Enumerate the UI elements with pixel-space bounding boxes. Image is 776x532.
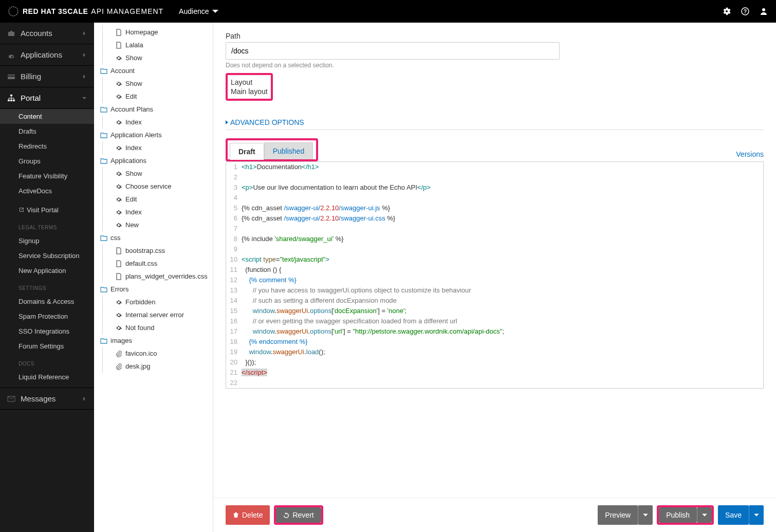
top-bar: RED HAT 3SCALE API MANAGEMENT Audience ? — [0, 0, 776, 23]
tree-item[interactable]: Application Alerts — [94, 129, 213, 141]
sidebar-drafts[interactable]: Drafts — [0, 124, 94, 139]
sidebar-portal[interactable]: Portal — [0, 87, 94, 109]
tree-item[interactable]: Account Plans — [94, 103, 213, 116]
visit-portal-label: Visit Portal — [27, 206, 59, 214]
tree-item[interactable]: New — [103, 218, 213, 231]
tree-item[interactable]: Index — [103, 141, 213, 154]
sidebar-sso[interactable]: SSO Integrations — [0, 324, 94, 339]
delete-button[interactable]: Delete — [226, 505, 270, 525]
editor-panel: Path Does not depend on a selected secti… — [213, 23, 776, 532]
tree-item[interactable]: Internal server error — [103, 308, 213, 321]
tree-item[interactable]: Show — [103, 167, 213, 180]
tree-item[interactable]: Not found — [103, 321, 213, 334]
sidebar-applications[interactable]: Applications — [0, 44, 94, 66]
tab-draft[interactable]: Draft — [230, 143, 264, 160]
sidebar-accounts[interactable]: Accounts — [0, 23, 94, 44]
path-input[interactable] — [226, 42, 560, 60]
code-editor[interactable]: 1<h1>Documentation</h1> 2 3<p>Use our li… — [226, 162, 764, 389]
caret-down-icon — [642, 512, 649, 518]
sidebar-billing[interactable]: Billing — [0, 66, 94, 87]
tree-item[interactable]: plans_widget_overrides.css — [103, 270, 213, 283]
sidebar-feature-visibility[interactable]: Feature Visibility — [0, 169, 94, 184]
sidebar-spam[interactable]: Spam Protection — [0, 309, 94, 324]
svg-rect-6 — [8, 100, 10, 101]
publish-caret[interactable] — [697, 507, 712, 523]
tree-item[interactable]: Show — [103, 77, 213, 90]
sitemap-icon — [7, 94, 15, 102]
sidebar-liquid-ref[interactable]: Liquid Reference — [0, 370, 94, 384]
tree-item-label: Show — [125, 170, 142, 177]
tree-item[interactable]: Index — [103, 206, 213, 218]
external-link-icon — [19, 207, 25, 213]
sidebar-visit-portal[interactable]: Visit Portal — [0, 203, 94, 217]
layout-select[interactable] — [226, 85, 560, 103]
tree-item-label: New — [125, 221, 139, 229]
tree-item[interactable]: Errors — [94, 283, 213, 296]
user-icon[interactable] — [760, 7, 768, 15]
tree-item-label: Account Plans — [110, 105, 153, 113]
tree-item[interactable]: default.css — [103, 257, 213, 270]
tree-item[interactable]: bootstrap.css — [103, 244, 213, 257]
tree-item-label: plans_widget_overrides.css — [125, 272, 208, 280]
trash-icon — [233, 512, 239, 518]
envelope-icon — [7, 395, 15, 403]
publish-highlight: Publish — [657, 505, 714, 525]
sidebar-activedocs[interactable]: ActiveDocs — [0, 184, 94, 198]
cubes-icon — [7, 51, 15, 59]
help-icon[interactable]: ? — [741, 7, 749, 15]
tree-item[interactable]: favicon.ico — [103, 347, 213, 360]
sidebar-groups[interactable]: Groups — [0, 154, 94, 169]
sidebar-new-application[interactable]: New Application — [0, 263, 94, 278]
save-button[interactable]: Save — [718, 505, 749, 525]
legal-terms-header: Legal Terms — [0, 217, 94, 233]
publish-button[interactable]: Publish — [659, 507, 697, 523]
save-caret[interactable] — [749, 505, 764, 525]
tree-item[interactable]: Choose service — [103, 180, 213, 193]
tree-item-label: default.css — [125, 260, 157, 267]
tree-item[interactable]: desk.jpg — [103, 360, 213, 373]
audience-label: Audience — [179, 7, 209, 15]
tree-item-label: images — [110, 337, 132, 344]
tree-item[interactable]: Lalala — [103, 39, 213, 51]
tabs-highlight: Draft Published — [226, 138, 318, 161]
svg-rect-3 — [8, 75, 15, 79]
sidebar-content[interactable]: Content — [0, 109, 94, 124]
sidebar-forum[interactable]: Forum Settings — [0, 339, 94, 354]
tree-item-label: Show — [125, 80, 142, 87]
sidebar-domains[interactable]: Domains & Access — [0, 294, 94, 309]
chevron-right-icon — [82, 396, 87, 401]
tree-item[interactable]: Edit — [103, 90, 213, 103]
layout-select-value[interactable]: Main layout — [231, 87, 268, 96]
tree-item[interactable]: Edit — [103, 193, 213, 206]
chevron-right-icon — [82, 74, 87, 79]
preview-button[interactable]: Preview — [598, 505, 638, 525]
tree-item[interactable]: css — [94, 231, 213, 244]
delete-label: Delete — [242, 511, 263, 519]
settings-header: Settings — [0, 278, 94, 294]
revert-highlight: Revert — [274, 505, 323, 525]
chevron-right-icon — [82, 52, 87, 58]
tree-item[interactable]: Index — [103, 116, 213, 129]
tree-item[interactable]: Forbidden — [103, 296, 213, 308]
preview-caret[interactable] — [638, 505, 653, 525]
docs-header: Docs — [0, 354, 94, 370]
gear-icon[interactable] — [723, 7, 731, 15]
tree-item-label: favicon.ico — [125, 350, 157, 357]
sidebar-redirects[interactable]: Redirects — [0, 139, 94, 154]
card-icon — [7, 72, 15, 81]
tree-item[interactable]: Homepage — [103, 26, 213, 39]
tree-item[interactable]: Show — [103, 51, 213, 64]
tree-item[interactable]: Applications — [94, 154, 213, 167]
versions-link[interactable]: Versions — [736, 150, 764, 161]
tab-published[interactable]: Published — [264, 142, 313, 159]
tree-item-label: Index — [125, 118, 142, 126]
audience-menu[interactable]: Audience — [179, 7, 219, 15]
revert-button[interactable]: Revert — [276, 507, 321, 523]
sidebar-signup[interactable]: Signup — [0, 233, 94, 248]
caret-down-icon — [753, 512, 760, 518]
sidebar-service-subscription[interactable]: Service Subscription — [0, 248, 94, 263]
tree-item[interactable]: Account — [94, 64, 213, 77]
tree-item[interactable]: images — [94, 334, 213, 347]
sidebar-messages[interactable]: Messages — [0, 388, 94, 410]
advanced-options-toggle[interactable]: ADVANCED OPTIONS — [226, 118, 764, 130]
